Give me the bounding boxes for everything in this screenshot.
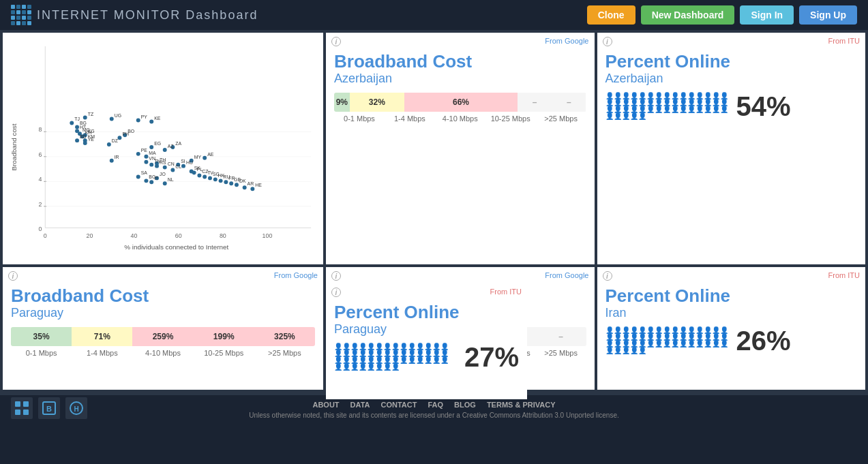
svg-rect-122 — [23, 401, 29, 407]
clone-button[interactable]: Clone — [587, 5, 635, 25]
svg-text:BD: BD — [80, 134, 87, 139]
bar-25mbps: – — [552, 93, 586, 112]
svg-text:PE: PE — [141, 148, 148, 153]
label-1-4: 1-4 Mbps — [72, 349, 132, 357]
svg-text:20: 20 — [86, 232, 93, 239]
footer-logos: B H — [11, 397, 87, 419]
header: INTERNET MONITOR Dashboard Clone New Das… — [0, 0, 868, 30]
svg-text:SA: SA — [141, 170, 148, 175]
svg-rect-124 — [23, 409, 29, 415]
card-source: From ITU — [828, 271, 860, 279]
svg-text:60: 60 — [175, 232, 182, 239]
svg-point-59 — [163, 148, 167, 152]
people-grid: 👤👤👤👤👤👤👤👤👤👤👤👤👤👤👤👤👤👤👤👤👤👤👤👤👤👤👤👤👤👤👤👤👤👤👤👤👤👤👤👤… — [605, 327, 728, 354]
info-icon[interactable]: i — [603, 37, 612, 46]
svg-point-27 — [70, 121, 74, 125]
bar-25mbps: – — [536, 327, 586, 346]
info-icon[interactable]: i — [331, 271, 341, 281]
footer-link-contact[interactable]: CONTACT — [381, 401, 417, 409]
bar-4-10mbps: 66% — [404, 93, 518, 112]
svg-text:AE: AE — [207, 152, 214, 157]
svg-point-23 — [83, 116, 87, 120]
svg-point-115 — [144, 179, 148, 183]
svg-text:CN: CN — [168, 161, 175, 166]
svg-text:KE: KE — [154, 116, 161, 121]
svg-text:8: 8 — [38, 126, 42, 133]
percent-online-azerbaijan-card: i From ITU Percent Online Azerbaijan 👤👤👤… — [597, 33, 866, 264]
svg-text:AR: AR — [248, 181, 254, 186]
svg-point-119 — [163, 181, 167, 185]
svg-text:IR: IR — [115, 155, 119, 159]
card-source: From Google — [545, 37, 588, 45]
svg-point-77 — [155, 164, 159, 168]
logo-area: INTERNET MONITOR Dashboard — [11, 5, 258, 25]
svg-text:80: 80 — [220, 232, 226, 239]
svg-text:PY: PY — [141, 114, 148, 119]
svg-point-67 — [203, 156, 207, 160]
sign-in-button[interactable]: Sign In — [740, 5, 794, 25]
svg-text:EG: EG — [154, 141, 161, 146]
footer-logo-3: H — [65, 397, 87, 419]
svg-point-93 — [203, 174, 207, 179]
card-title: Percent Online — [334, 303, 519, 322]
label-25: >25 Mbps — [536, 114, 586, 123]
app-title: INTERNET MONITOR Dashboard — [37, 8, 258, 22]
label-10-25: 10-25 Mbps — [194, 349, 254, 357]
svg-text:HU: HU — [186, 160, 193, 165]
percent-online-paraguay-card: i From ITU Percent Online Paraguay 👤👤👤👤👤… — [326, 283, 527, 399]
svg-text:2: 2 — [38, 201, 42, 208]
footer-link-blog[interactable]: BLOG — [454, 401, 476, 409]
svg-point-63 — [144, 155, 148, 159]
svg-text:DK: DK — [239, 179, 246, 183]
header-buttons: Clone New Dashboard Sign In Sign Up — [587, 5, 857, 25]
footer-logo-1 — [11, 397, 33, 419]
svg-text:Broadband cost: Broadband cost — [10, 123, 18, 170]
svg-point-85 — [170, 168, 175, 172]
svg-point-69 — [110, 159, 114, 163]
label-25: >25 Mbps — [254, 349, 315, 357]
footer-link-terms[interactable]: TERMS & PRIVACY — [487, 401, 556, 409]
svg-text:MA: MA — [149, 151, 156, 155]
svg-rect-121 — [15, 401, 20, 407]
svg-point-105 — [235, 183, 239, 187]
svg-point-91 — [197, 173, 201, 177]
info-icon[interactable]: i — [331, 288, 341, 297]
footer-logo-2: B — [38, 397, 60, 419]
svg-point-97 — [213, 177, 218, 181]
label-10-25: 10-25 Mbps — [485, 114, 536, 123]
scatter-card: 0 2 4 6 8 0 20 40 60 80 100 % individual… — [3, 33, 323, 264]
card-subtitle: Paraguay — [334, 322, 519, 337]
card-subtitle: Iran — [605, 306, 858, 320]
svg-point-55 — [149, 145, 153, 149]
svg-point-79 — [163, 166, 167, 170]
svg-point-95 — [208, 176, 212, 180]
bar-25mbps: 325% — [254, 327, 315, 346]
percent-display: 👤👤👤👤👤👤👤👤👤👤👤👤👤👤👤👤👤👤👤👤👤👤👤👤👤👤👤👤👤👤👤👤👤👤👤👤👤👤👤👤… — [605, 327, 858, 354]
svg-text:4: 4 — [38, 176, 42, 183]
svg-point-51 — [83, 141, 87, 145]
label-0-1: 0-1 Mbps — [11, 349, 72, 357]
footer-link-data[interactable]: DATA — [350, 401, 370, 409]
broadband-bars: 35% 71% 259% 199% 325% — [11, 327, 315, 346]
info-icon[interactable]: i — [331, 37, 341, 46]
svg-text:B: B — [46, 405, 52, 413]
svg-text:YE: YE — [88, 137, 95, 142]
card-subtitle: Azerbaijan — [605, 72, 858, 86]
svg-point-83 — [181, 164, 185, 168]
footer-link-about[interactable]: ABOUT — [312, 401, 339, 409]
info-icon[interactable]: i — [8, 271, 18, 281]
percent-value: 26% — [736, 327, 791, 354]
svg-text:0: 0 — [38, 226, 42, 232]
svg-point-75 — [149, 163, 153, 167]
info-icon[interactable]: i — [603, 271, 612, 281]
svg-text:IT: IT — [154, 176, 159, 181]
svg-text:SI: SI — [181, 159, 185, 164]
percent-display: 👤👤👤👤👤👤👤👤👤👤👤👤👤👤👤👤👤👤👤👤👤👤👤👤👤👤👤👤👤👤👤👤👤👤👤👤👤👤👤👤… — [334, 343, 519, 371]
percent-display: 👤👤👤👤👤👤👤👤👤👤👤👤👤👤👤👤👤👤👤👤👤👤👤👤👤👤👤👤👤👤👤👤👤👤👤👤👤👤👤👤… — [605, 93, 858, 120]
card-title: Broadband Cost — [11, 286, 315, 306]
svg-text:RS: RS — [160, 160, 166, 165]
sign-up-button[interactable]: Sign Up — [799, 5, 857, 25]
label-25: >25 Mbps — [536, 349, 586, 357]
new-dashboard-button[interactable]: New Dashboard — [641, 5, 735, 25]
footer-link-faq[interactable]: FAQ — [428, 401, 443, 409]
